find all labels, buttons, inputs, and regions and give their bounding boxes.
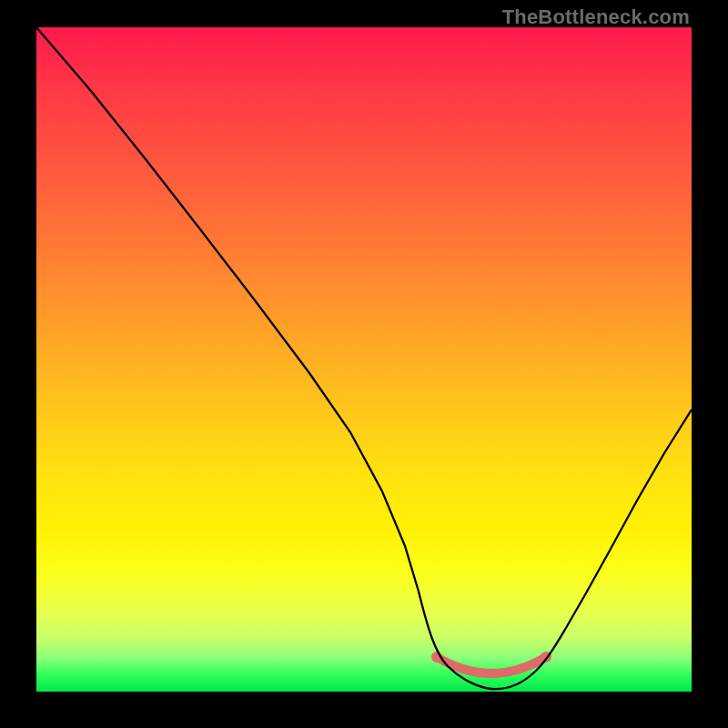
curve-svg <box>36 27 692 692</box>
attribution-text: TheBottleneck.com <box>502 5 690 29</box>
plot-area <box>36 27 692 692</box>
bottleneck-curve-path <box>36 27 692 689</box>
optimal-range-marker <box>431 652 551 673</box>
chart-frame: TheBottleneck.com <box>0 0 728 728</box>
